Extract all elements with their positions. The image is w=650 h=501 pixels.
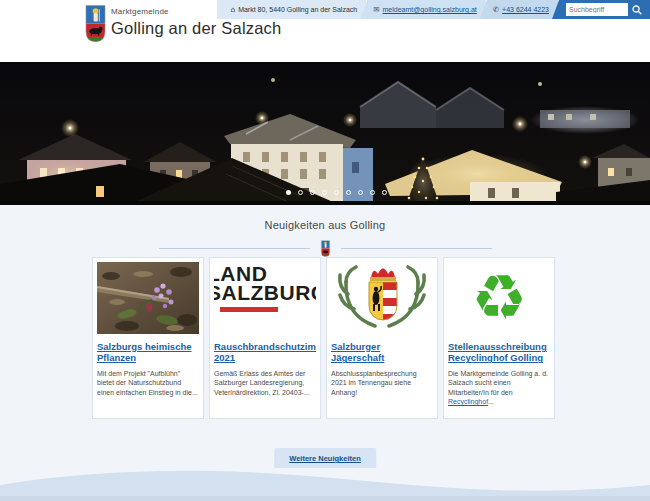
carousel-dot-9[interactable] [382,190,387,195]
phone-segment: ✆ +43 6244 4223 [480,0,558,19]
news-title-link-pflanzen[interactable]: Salzburgs heimische Pflanzen kennenlerne… [97,341,199,364]
home-icon: ⌂ [230,5,235,14]
news-body-jaegerschaft: Abschlussplanbesprechung 2021 im Tenneng… [331,369,433,397]
recyclinghof-inline-link[interactable]: Recyclinghof [448,398,488,405]
carousel-dot-2[interactable] [298,190,303,195]
news-title-link-recyclinghof[interactable]: Stellenausschreibung Recyclinghof Gollin… [448,341,550,364]
address-segment: ⌂ Markt 80, 5440 Golling an der Salzach [217,0,366,19]
recycling-icon: ♻ [471,267,527,329]
hero-night-photo [0,62,650,205]
news-body-recyclinghof: Die Marktgemeinde Golling a. d. Salzach … [448,369,550,407]
phone-link[interactable]: +43 6244 4223 [502,6,549,13]
carousel-dot-5[interactable] [334,190,339,195]
news-body-rauschbrand: Gemäß Erlass des Amtes der Salzburger La… [214,369,316,397]
phone-icon: ✆ [493,5,499,14]
search-button[interactable] [628,3,645,16]
magnifier-icon [632,5,642,15]
golling-coat-of-arms-logo[interactable] [85,4,106,43]
carousel-dot-1-active[interactable] [286,190,291,195]
land-salzburg-red-bar [220,307,278,312]
news-image-land-salzburg[interactable]: LAND SALZBURG [214,262,316,334]
carousel-dot-6[interactable] [346,190,351,195]
news-body-pflanzen: Mit dem Projekt "Aufblühn" bietet der Na… [97,369,199,397]
search-input[interactable] [566,3,628,16]
land-salzburg-text-2: SALZBURG [214,283,316,302]
news-cards-row: Salzburgs heimische Pflanzen kennenlerne… [92,257,555,419]
hero-slideshow [0,62,650,205]
news-image-jaegerschaft[interactable] [331,262,433,334]
news-card-pflanzen: Salzburgs heimische Pflanzen kennenlerne… [92,257,204,419]
contact-topbar: ⌂ Markt 80, 5440 Golling an der Salzach … [217,0,650,19]
address-text: Markt 80, 5440 Golling an der Salzach [238,6,357,13]
carousel-pagination [0,190,650,195]
news-heading: Neuigkeiten aus Golling [0,205,650,231]
news-card-recyclinghof: ♻ Stellenausschreibung Recyclinghof Goll… [443,257,555,419]
carousel-dot-7[interactable] [358,190,363,195]
crest-divider-icon [319,240,332,257]
news-body-ellipsis: ... [488,398,494,405]
news-title-link-jaegerschaft[interactable]: Salzburger Jägerschaft Kundmachung [331,341,433,364]
carousel-dot-8[interactable] [370,190,375,195]
news-title-link-rauschbrand[interactable]: Rauschbrandschutzimpfung 2021 [214,341,316,364]
news-image-recycling[interactable]: ♻ [448,262,550,334]
news-card-jaegerschaft: Salzburger Jägerschaft Kundmachung Absch… [326,257,438,419]
footer-wave-decoration [0,468,650,501]
news-image-flowers[interactable] [97,262,199,334]
news-section: Neuigkeiten aus Golling [0,205,650,501]
news-body-text: Die Marktgemeinde Golling a. d. Salzach … [448,370,548,396]
carousel-dot-4[interactable] [322,190,327,195]
envelope-icon: ✉ [373,5,379,14]
email-segment: ✉ meldeamt@golling.salzburg.at [360,0,486,19]
site-header: Marktgemeinde Golling an der Salzach ⌂ M… [0,0,650,62]
more-news-button[interactable]: Weitere Neuigkeiten [274,448,376,469]
site-title[interactable]: Golling an der Salzach [111,19,281,38]
email-link[interactable]: meldeamt@golling.salzburg.at [383,6,477,13]
news-card-rauschbrand: LAND SALZBURG Rauschbrandschutzimpfung 2… [209,257,321,419]
carousel-dot-3[interactable] [310,190,315,195]
heading-divider [0,240,650,257]
search-segment [552,0,650,19]
